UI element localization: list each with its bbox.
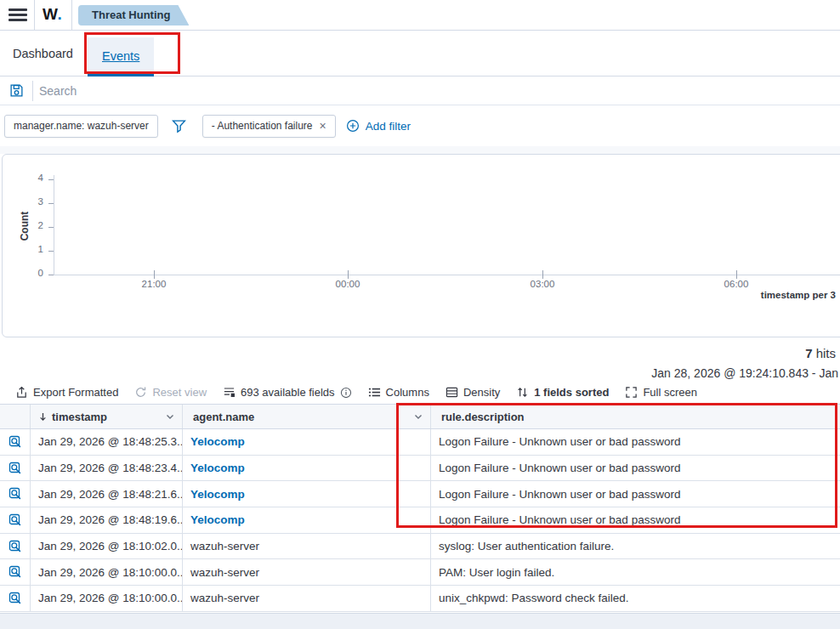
columns-button[interactable]: Columns [368, 386, 429, 399]
columns-icon [368, 386, 381, 399]
agent-name-cell[interactable]: Yelocomp [183, 481, 431, 507]
timestamp-cell: Jan 29, 2026 @ 18:48:21.6... [31, 481, 183, 507]
results-toolbar: Export Formatted Reset view 693 availabl… [0, 381, 840, 404]
tab-bar: Dashboard Events [0, 31, 840, 76]
timestamp-cell: Jan 29, 2026 @ 18:10:00.0... [31, 559, 183, 585]
rule-description-cell: Logon Failure - Unknown user or bad pass… [431, 429, 840, 455]
density-button[interactable]: Density [446, 386, 500, 399]
chevron-down-icon[interactable] [413, 411, 423, 422]
table-row[interactable]: Jan 29, 2026 @ 18:48:25.3... Yelocomp Lo… [0, 429, 840, 456]
hits-count: 7 [805, 346, 812, 360]
y-tick: 1 [9, 244, 43, 254]
save-query-icon[interactable] [9, 83, 24, 98]
y-tick: 0 [9, 268, 43, 278]
wazuh-logo[interactable]: W. [43, 5, 62, 24]
table-row[interactable]: Jan 29, 2026 @ 18:10:00.0... wazuh-serve… [0, 586, 840, 612]
expand-document-icon[interactable] [0, 586, 31, 611]
timestamp-cell: Jan 29, 2026 @ 18:48:19.6... [31, 507, 183, 533]
search-input[interactable] [39, 76, 830, 105]
filter-pill-authentication-failure[interactable]: - Authentication failure × [202, 115, 336, 138]
filter-funnel-icon[interactable] [172, 119, 186, 133]
refresh-icon [134, 386, 147, 399]
x-tick: 03:00 [531, 279, 555, 289]
background-band [0, 146, 840, 154]
column-header-timestamp[interactable]: timestamp [31, 405, 183, 428]
x-tick: 06:00 [724, 279, 749, 289]
x-axis-title: timestamp per 3 [761, 290, 836, 300]
divider [34, 0, 35, 30]
agent-name-cell[interactable]: Yelocomp [183, 429, 431, 455]
info-icon [340, 387, 352, 399]
agent-name-cell: wazuh-server [183, 534, 431, 559]
x-axis-line [54, 275, 840, 275]
histogram-panel: Count 4 3 2 1 0 21:00 00:00 03:00 06:00 … [2, 154, 840, 337]
remove-filter-icon[interactable]: × [320, 120, 326, 132]
tab-dashboard[interactable]: Dashboard [13, 31, 73, 76]
reset-view-button[interactable]: Reset view [134, 386, 207, 399]
hits-summary: 7 hits [805, 346, 836, 360]
agent-name-cell: wazuh-server [183, 586, 431, 611]
results-table: timestamp agent.name rule.description Ja… [0, 404, 840, 612]
export-formatted-button[interactable]: Export Formatted [15, 386, 118, 399]
rule-description-cell: unix_chkpwd: Password check failed. [431, 586, 840, 611]
agent-name-cell: wazuh-server [183, 559, 431, 585]
threat-hunting-page: W. Threat Hunting Dashboard Events manag… [0, 0, 840, 629]
table-row[interactable]: Jan 29, 2026 @ 18:48:21.6... Yelocomp Lo… [0, 481, 840, 507]
filter-bar: manager.name: wazuh-server - Authenticat… [0, 105, 840, 146]
table-row[interactable]: Jan 29, 2026 @ 18:48:19.6... Yelocomp Lo… [0, 507, 840, 534]
export-icon [15, 386, 28, 399]
sort-arrows-icon [516, 386, 529, 399]
rule-description-cell: Logon Failure - Unknown user or bad pass… [431, 456, 840, 481]
expand-document-icon[interactable] [0, 456, 31, 481]
filter-pill-label: - Authentication failure [212, 120, 313, 132]
hits-label: hits [816, 346, 836, 360]
agent-name-cell[interactable]: Yelocomp [183, 456, 431, 481]
top-bar: W. Threat Hunting [0, 0, 840, 31]
y-axis-line [54, 175, 54, 275]
page-footer-band [0, 613, 840, 629]
timestamp-cell: Jan 29, 2026 @ 18:10:02.0... [31, 534, 183, 559]
full-screen-button[interactable]: Full screen [625, 386, 697, 399]
filter-pill-manager-name[interactable]: manager.name: wazuh-server [4, 115, 158, 138]
column-header-agent-name[interactable]: agent.name [183, 405, 431, 428]
add-filter-label: Add filter [366, 120, 411, 133]
chevron-down-icon[interactable] [165, 411, 175, 422]
logo-dot: . [57, 5, 62, 23]
agent-name-cell[interactable]: Yelocomp [183, 507, 431, 533]
add-filter-button[interactable]: Add filter [346, 119, 411, 133]
tab-events-label: Events [102, 49, 139, 63]
table-row[interactable]: Jan 29, 2026 @ 18:48:23.4... Yelocomp Lo… [0, 456, 840, 482]
expand-document-icon[interactable] [0, 534, 31, 559]
fields-icon [223, 386, 236, 399]
column-header-rule-description[interactable]: rule.description [431, 405, 840, 428]
expand-document-icon[interactable] [0, 507, 31, 533]
tab-events[interactable]: Events [88, 37, 154, 76]
expand-document-icon[interactable] [0, 559, 31, 585]
expand-document-icon[interactable] [0, 481, 31, 507]
rule-description-cell: syslog: User authentication failure. [431, 534, 840, 559]
expand-document-icon[interactable] [0, 429, 31, 455]
available-fields-button[interactable]: 693 available fields [223, 386, 352, 399]
timestamp-cell: Jan 29, 2026 @ 18:48:25.3... [31, 429, 183, 455]
breadcrumb[interactable]: Threat Hunting [78, 5, 189, 26]
x-tick: 00:00 [336, 279, 360, 289]
sort-descending-icon [37, 411, 48, 422]
x-tick: 21:00 [142, 279, 167, 289]
control-column-header [0, 405, 31, 428]
plus-circle-icon [346, 119, 360, 133]
search-bar [0, 76, 840, 105]
timestamp-cell: Jan 29, 2026 @ 18:10:00.0... [31, 586, 183, 611]
divider [32, 81, 33, 101]
fullscreen-icon [625, 386, 638, 399]
fields-sorted-button[interactable]: 1 fields sorted [516, 386, 609, 399]
divider [71, 0, 72, 30]
table-header-row: timestamp agent.name rule.description [0, 404, 840, 429]
rule-description-cell: Logon Failure - Unknown user or bad pass… [431, 507, 840, 533]
filter-pill-label: manager.name: wazuh-server [14, 120, 149, 132]
y-tick: 3 [9, 196, 43, 207]
date-range: Jan 28, 2026 @ 19:24:10.843 - Jan [651, 366, 838, 380]
hamburger-menu-icon[interactable] [9, 8, 27, 22]
table-row[interactable]: Jan 29, 2026 @ 18:10:00.0... wazuh-serve… [0, 559, 840, 586]
table-row[interactable]: Jan 29, 2026 @ 18:10:02.0... wazuh-serve… [0, 534, 840, 560]
rule-description-cell: Logon Failure - Unknown user or bad pass… [431, 481, 840, 507]
